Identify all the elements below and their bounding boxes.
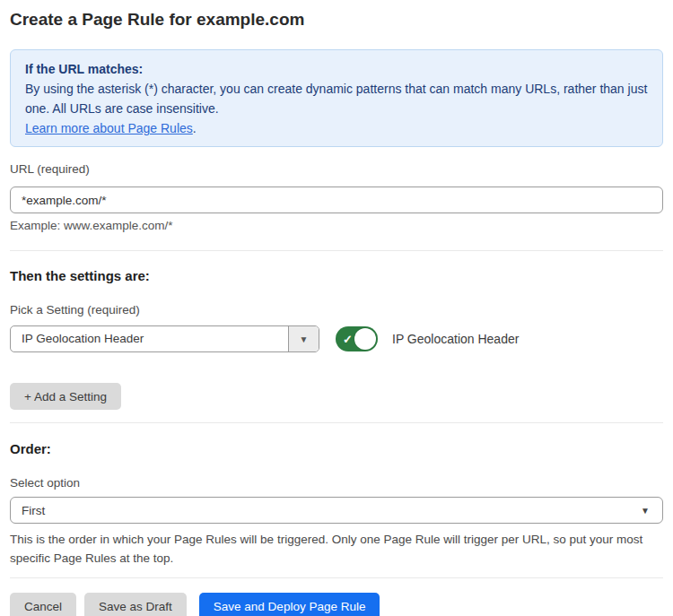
url-input[interactable]	[10, 187, 663, 213]
add-setting-button[interactable]: + Add a Setting	[10, 383, 121, 410]
chevron-down-icon: ▼	[300, 334, 309, 344]
setting-select-value: IP Geolocation Header	[11, 326, 288, 351]
footer-actions: Cancel Save as Draft Save and Deploy Pag…	[10, 593, 663, 616]
ip-geolocation-toggle[interactable]: ✓	[336, 326, 378, 351]
info-box-heading: If the URL matches:	[25, 59, 648, 79]
toggle-label: IP Geolocation Header	[392, 332, 519, 346]
order-select[interactable]: First ▼	[10, 497, 663, 524]
url-field-label: URL (required)	[10, 162, 663, 177]
order-select-value: First	[11, 504, 641, 517]
url-match-info-box: If the URL matches: By using the asteris…	[10, 49, 663, 147]
settings-section-heading: Then the settings are:	[10, 268, 663, 284]
divider	[10, 422, 663, 423]
divider	[10, 577, 663, 578]
toggle-knob	[354, 328, 376, 350]
divider	[10, 250, 663, 251]
create-page-rule-form: Create a Page Rule for example.com If th…	[0, 0, 673, 616]
page-title: Create a Page Rule for example.com	[10, 9, 663, 30]
save-as-draft-button[interactable]: Save as Draft	[84, 593, 187, 616]
check-icon: ✓	[343, 334, 353, 345]
learn-more-link[interactable]: Learn more about Page Rules	[25, 121, 193, 135]
cancel-button[interactable]: Cancel	[10, 593, 76, 616]
info-box-body: By using the asterisk (*) character, you…	[25, 79, 648, 118]
order-section-heading: Order:	[10, 441, 663, 457]
pick-setting-label: Pick a Setting (required)	[10, 303, 663, 317]
chevron-down-icon: ▼	[641, 506, 662, 516]
info-link-line: Learn more about Page Rules.	[25, 118, 648, 138]
info-link-suffix: .	[193, 121, 197, 135]
url-helper-text: Example: www.example.com/*	[10, 219, 663, 233]
order-helper-text: This is the order in which your Page Rul…	[10, 530, 656, 568]
setting-select-arrow-button[interactable]: ▼	[288, 326, 319, 351]
order-select-label: Select option	[10, 476, 663, 490]
save-and-deploy-button[interactable]: Save and Deploy Page Rule	[199, 593, 380, 616]
setting-select[interactable]: IP Geolocation Header ▼	[10, 325, 319, 352]
setting-row: IP Geolocation Header ▼ ✓ IP Geolocation…	[10, 325, 663, 352]
